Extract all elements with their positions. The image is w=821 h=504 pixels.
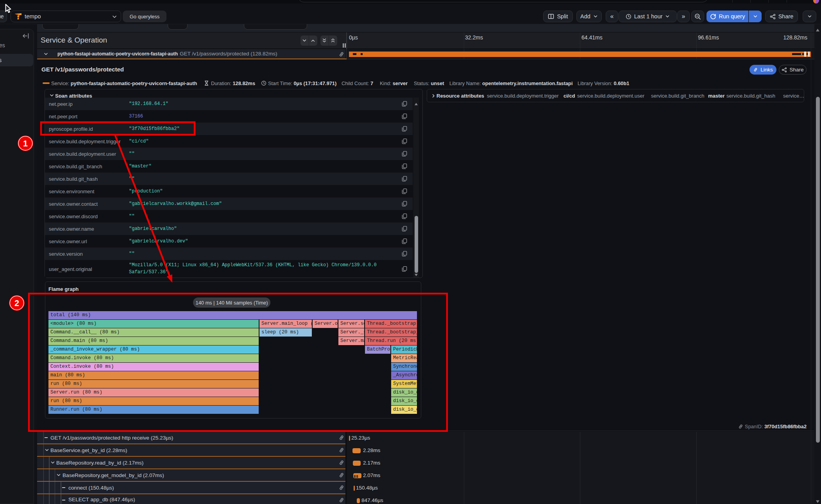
svg-text:1: 1: [23, 139, 28, 148]
svg-text:2: 2: [14, 299, 19, 308]
